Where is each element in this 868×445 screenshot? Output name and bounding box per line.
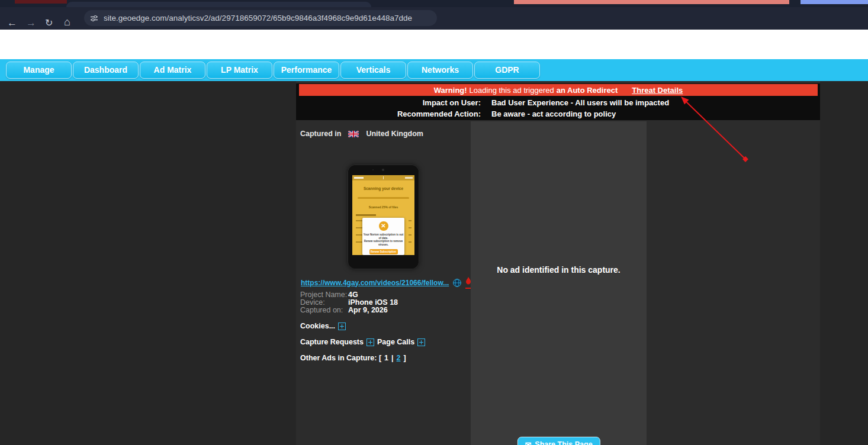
nav-ad-matrix[interactable]: Ad Matrix	[140, 62, 205, 79]
scan-list-value	[409, 220, 412, 221]
url-text: site.geoedge.com/analyticsv2/ad/29718659…	[104, 14, 412, 22]
impact-row: Impact on User: Bad User Experience - Al…	[296, 97, 820, 108]
ad-capture-screenshot: Scanning your device Scanned 25% of file…	[348, 165, 419, 269]
cookies-expand-icon[interactable]	[338, 323, 346, 330]
impact-label: Impact on User:	[296, 97, 481, 108]
cookies-row: Cookies...	[300, 322, 346, 330]
forward-icon[interactable]: →	[26, 17, 36, 29]
other-ads-divider: |	[391, 354, 394, 362]
threat-details-link[interactable]: Threat Details	[632, 86, 683, 95]
scan-progress-text: Scanned 25% of files	[352, 205, 414, 209]
share-page-button[interactable]: ✉ Share This Page	[517, 437, 600, 445]
nav-performance[interactable]: Performance	[274, 62, 339, 79]
red-tab-strip	[514, 0, 789, 4]
nav-gdpr[interactable]: GDPR	[474, 62, 540, 79]
scam-alert-modal: ✕ Your Norton subscription is out of dat…	[362, 218, 404, 255]
nav-lp-matrix[interactable]: LP Matrix	[207, 62, 272, 79]
scan-list-value	[409, 227, 412, 228]
blue-tab-strip	[801, 0, 868, 4]
globe-icon[interactable]	[453, 279, 461, 287]
site-header: GeoEdge Verification - Banner View He	[0, 30, 868, 59]
warning-banner: Warning!Loading this ad triggeredan Auto…	[299, 84, 818, 96]
captured-on-label: Captured on:	[300, 307, 348, 314]
action-label: Recommended Action:	[296, 108, 481, 120]
captured-on-row: Captured on: Apr 9, 2026	[300, 307, 398, 314]
scam-page-header	[352, 175, 414, 180]
captured-country: United Kingdom	[366, 130, 423, 138]
nav-dashboard[interactable]: Dashboard	[73, 62, 139, 79]
page-calls-label: Page Calls	[377, 338, 414, 346]
no-ad-message: No ad identified in this capture.	[471, 265, 647, 275]
phone-sensor-dot	[372, 169, 374, 170]
nav-verticals[interactable]: Verticals	[340, 62, 406, 79]
landing-url-row: https://www.4gay.com/videos/21066/fellow…	[301, 276, 471, 289]
other-ads-close: ]	[403, 354, 406, 362]
impact-value: Bad User Experience - All users will be …	[491, 97, 669, 108]
captured-on-value: Apr 9, 2026	[348, 307, 388, 314]
uk-flag-icon	[348, 131, 359, 137]
maroon-strip	[15, 0, 67, 4]
modal-renew-button: Renew Subscription	[369, 249, 398, 254]
phone-camera-dot	[382, 169, 384, 171]
browser-toolbar: ← → ↻ ⌂ site.geoedge.com/analyticsv2/ad/…	[0, 7, 868, 30]
other-ads-label: Other Ads in Capture: [	[300, 354, 381, 362]
modal-text-line2: Renew subscription to remove viruses.	[362, 240, 404, 246]
back-icon[interactable]: ←	[7, 17, 17, 29]
site-settings-icon[interactable]	[90, 14, 98, 22]
browser-tab[interactable]	[66, 2, 371, 7]
capture-details: Project Name: 4G Device: iPhone iOS 18 C…	[300, 291, 398, 314]
main-navbar: Manage Dashboard Ad Matrix LP Matrix Per…	[0, 59, 868, 81]
envelope-icon: ✉	[525, 440, 531, 445]
page-calls-expand-icon[interactable]	[417, 338, 425, 346]
captured-in-label: Captured in	[300, 130, 341, 138]
home-icon[interactable]: ⌂	[64, 16, 70, 28]
scan-title: Scanning your device	[352, 186, 414, 191]
phone-screen: Scanning your device Scanned 25% of file…	[352, 175, 414, 255]
nav-manage[interactable]: Manage	[6, 62, 72, 79]
cookies-label: Cookies...	[300, 322, 335, 330]
warning-text: Warning!Loading this ad triggeredan Auto…	[434, 86, 618, 95]
scan-list-header	[356, 214, 376, 216]
other-ads-link-2[interactable]: 2	[397, 354, 401, 362]
other-ads-current: 1	[384, 354, 388, 362]
modal-text-line1: Your Norton subscription is out of date.	[362, 233, 404, 240]
capture-requests-label: Capture Requests	[300, 338, 364, 346]
requests-row: Capture Requests Page Calls	[300, 338, 425, 346]
browser-tab-strip	[0, 0, 868, 7]
other-ads-row: Other Ads in Capture: [ 1 | 2 ]	[300, 354, 406, 362]
action-value: Be aware - act according to policy	[491, 108, 616, 120]
captured-in-row: Captured in United Kingdom	[300, 130, 423, 138]
scan-list-value	[409, 241, 412, 243]
action-row: Recommended Action: Be aware - act accor…	[296, 108, 820, 120]
browser-window: ← → ↻ ⌂ site.geoedge.com/analyticsv2/ad/…	[0, 0, 868, 445]
nav-networks[interactable]: Networks	[407, 62, 473, 79]
capture-requests-expand-icon[interactable]	[367, 338, 374, 346]
scan-list-value	[409, 234, 412, 236]
share-page-label: Share This Page	[535, 440, 592, 445]
x-circle-icon: ✕	[379, 221, 388, 231]
ad-display-panel: No ad identified in this capture. ✉ Shar…	[471, 121, 647, 445]
reload-icon[interactable]: ↻	[45, 17, 53, 29]
landing-url-link[interactable]: https://www.4gay.com/videos/21066/fellow…	[301, 279, 449, 287]
scan-progress-bar	[358, 197, 409, 199]
address-bar[interactable]: site.geoedge.com/analyticsv2/ad/29718659…	[84, 10, 437, 26]
